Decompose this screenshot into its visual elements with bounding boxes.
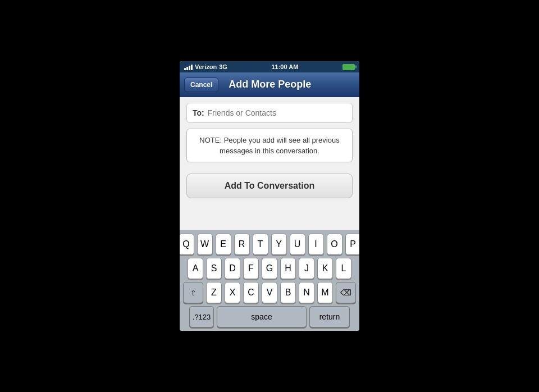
battery-icon bbox=[342, 64, 355, 70]
to-label: To: bbox=[193, 108, 204, 117]
key-f[interactable]: F bbox=[243, 258, 259, 279]
key-h[interactable]: H bbox=[280, 258, 296, 279]
key-l[interactable]: L bbox=[336, 258, 351, 279]
note-box: NOTE: People you add will see all previo… bbox=[186, 129, 353, 162]
status-bar: Verizon 3G 11:00 AM bbox=[180, 61, 359, 72]
key-q[interactable]: Q bbox=[180, 234, 194, 255]
cancel-button[interactable]: Cancel bbox=[184, 78, 218, 92]
key-s[interactable]: S bbox=[206, 258, 222, 279]
network-label: 3G bbox=[219, 63, 227, 70]
key-d[interactable]: D bbox=[225, 258, 240, 279]
add-to-conversation-button[interactable]: Add To Conversation bbox=[186, 174, 353, 198]
keyboard-bottom-row: .?123 space return bbox=[181, 306, 358, 327]
key-n[interactable]: N bbox=[299, 282, 314, 303]
status-left: Verizon 3G bbox=[184, 63, 227, 70]
nav-bar: Cancel Add More People bbox=[180, 72, 359, 97]
keyboard-row-1: Q W E R T Y U I O P bbox=[181, 234, 358, 255]
note-text: NOTE: People you add will see all previo… bbox=[199, 136, 339, 155]
return-key[interactable]: return bbox=[309, 306, 350, 327]
keyboard-row-3: ⇧ Z X C V B N M ⌫ bbox=[181, 282, 358, 303]
key-p[interactable]: P bbox=[345, 234, 360, 255]
key-w[interactable]: W bbox=[197, 234, 213, 255]
key-c[interactable]: C bbox=[243, 282, 259, 303]
signal-bars-icon bbox=[184, 63, 193, 70]
key-x[interactable]: X bbox=[225, 282, 240, 303]
key-o[interactable]: O bbox=[327, 234, 342, 255]
key-e[interactable]: E bbox=[216, 234, 231, 255]
key-g[interactable]: G bbox=[262, 258, 277, 279]
key-u[interactable]: U bbox=[290, 234, 305, 255]
keyboard: Q W E R T Y U I O P A S D F G H J K bbox=[180, 230, 359, 331]
key-z[interactable]: Z bbox=[206, 282, 222, 303]
status-right bbox=[342, 64, 355, 70]
to-field-container: To: bbox=[186, 103, 353, 123]
key-k[interactable]: K bbox=[317, 258, 333, 279]
key-y[interactable]: Y bbox=[271, 234, 287, 255]
screen: Verizon 3G 11:00 AM Cancel Add More Peop… bbox=[180, 61, 359, 331]
shift-key[interactable]: ⇧ bbox=[183, 282, 203, 303]
carrier-label: Verizon bbox=[195, 63, 217, 70]
content-area: To: NOTE: People you add will see all pr… bbox=[180, 97, 359, 230]
key-b[interactable]: B bbox=[280, 282, 296, 303]
phone-container: Verizon 3G 11:00 AM Cancel Add More Peop… bbox=[135, 0, 404, 392]
delete-key[interactable]: ⌫ bbox=[336, 282, 356, 303]
key-m[interactable]: M bbox=[317, 282, 333, 303]
key-r[interactable]: R bbox=[234, 234, 250, 255]
recipients-input[interactable] bbox=[208, 108, 346, 117]
space-key[interactable]: space bbox=[217, 306, 307, 327]
time-display: 11:00 AM bbox=[271, 63, 298, 70]
numbers-key[interactable]: .?123 bbox=[189, 306, 214, 327]
add-btn-container: Add To Conversation bbox=[186, 168, 353, 204]
key-i[interactable]: I bbox=[308, 234, 324, 255]
page-title: Add More People bbox=[218, 79, 321, 90]
keyboard-row-2: A S D F G H J K L bbox=[181, 258, 358, 279]
key-a[interactable]: A bbox=[188, 258, 203, 279]
key-v[interactable]: V bbox=[262, 282, 277, 303]
key-j[interactable]: J bbox=[299, 258, 314, 279]
key-t[interactable]: T bbox=[253, 234, 268, 255]
